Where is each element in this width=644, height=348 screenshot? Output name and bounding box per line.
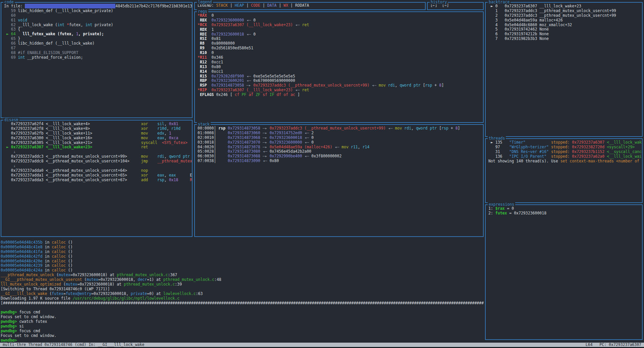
text-segment: RSI bbox=[200, 36, 207, 41]
text-segment bbox=[198, 69, 200, 74]
text-segment: 04:0020│ bbox=[198, 145, 228, 149]
text-segment: 0x729314873060 bbox=[228, 131, 260, 135]
text-segment: rsp bbox=[157, 178, 164, 182]
text-segment: 0x00005e04d48c424a bbox=[1, 268, 43, 272]
text-segment: calloc bbox=[52, 254, 66, 259]
text-segment: 0x7293237a62f8 <__lll_lock_wake+8> bbox=[4, 126, 141, 131]
text-segment: 0x729323600201 bbox=[212, 78, 244, 83]
text-segment: pwndbg> bbox=[1, 324, 19, 329]
text-segment: <__syscall_cance bbox=[607, 149, 642, 154]
text-segment: Focus set to cmd window. bbox=[1, 314, 56, 319]
text-segment bbox=[198, 83, 200, 88]
terminal-line bbox=[1, 305, 484, 310]
text-segment: ► 135 bbox=[488, 140, 509, 145]
text-segment: int bbox=[18, 55, 25, 60]
terminal-line: 1 0x7293237addc3 __pthread_mutex_unlock_… bbox=[488, 9, 639, 13]
text-segment: <SYS_futex> bbox=[162, 140, 187, 145]
text-segment: 0x7293237a6307 <__lll_lock_wake+23> bbox=[11, 145, 92, 149]
text-segment: 0x729314873058 bbox=[228, 126, 260, 131]
text-segment: "IPC I/O Parent" bbox=[509, 154, 546, 159]
text-segment: R9 bbox=[200, 46, 205, 50]
terminal-line: ► 64 lll_futex_wake (futex, 1, private); bbox=[4, 32, 189, 37]
terminal-line: lll_mutex_unlock_optimized (mutex=0x7293… bbox=[1, 282, 484, 287]
text-segment: = bbox=[63, 291, 66, 296]
text-segment: 7 0x72931982b3b3 None bbox=[488, 36, 549, 41]
text-segment: focus cmd bbox=[19, 329, 40, 333]
terminal-line: Focus set to cmd window. bbox=[1, 334, 484, 338]
text-segment: 0x72932382720d bbox=[572, 145, 604, 149]
text-segment: 0xcc1 bbox=[207, 60, 223, 64]
text-segment: 2: bbox=[488, 211, 495, 215]
text-segment: decr bbox=[138, 277, 147, 282]
text-segment: 1 0x7293237addc3 __pthread_mutex_unlock_… bbox=[488, 8, 616, 13]
text-segment: edx bbox=[157, 131, 164, 136]
text-segment: 0 bbox=[253, 32, 256, 37]
text-segment: 0x7293237a62a0 bbox=[572, 154, 604, 159]
terminal-line: 97 "WrGlyph~terizer" stopped: 0x72932382… bbox=[488, 145, 639, 150]
text-segment: 0 bbox=[311, 135, 314, 140]
panel-legend-content: LEGEND: STACK | HEAP | CODE | DATA | WX … bbox=[195, 3, 425, 9]
text-segment: private) bbox=[92, 22, 113, 27]
text-segment: qword ptr bbox=[169, 154, 190, 159]
panel-threads: threads ► 135 "Timer" stopped: 0x7293237… bbox=[485, 138, 643, 203]
text-segment: df bbox=[277, 92, 281, 97]
text-segment: 0x3f800000002 bbox=[311, 154, 341, 158]
text-segment: 0x7293237a6307 (__lll_lock_wake+23) bbox=[212, 88, 293, 92]
terminal-line: 5 0x729319742462 None bbox=[488, 27, 639, 32]
text-segment: 0x7293237a62f4 <__lll_lock_wake+4> bbox=[4, 121, 141, 126]
text-segment: 0x729314873080 bbox=[228, 149, 260, 154]
terminal-line: 0x7293237adda1 <__pthread_mutex_unlock_u… bbox=[4, 173, 189, 178]
text-segment: "Timer" bbox=[509, 140, 525, 145]
text-segment: + bbox=[448, 126, 455, 131]
text-segment: 0x729323600000 bbox=[270, 140, 302, 145]
text-segment: private bbox=[131, 291, 147, 296]
text-segment: rsp bbox=[441, 126, 448, 131]
text-segment: 0x729314873068 bbox=[228, 135, 260, 140]
text-segment bbox=[207, 83, 212, 88]
text-segment: ( bbox=[47, 291, 52, 296]
terminal-line: ___pthread_mutex_unlock (mutex=0x7293236… bbox=[1, 273, 484, 278]
text-segment: RBX bbox=[200, 18, 207, 22]
text-segment bbox=[148, 159, 157, 163]
text-segment: 0x00005e04d48c435b bbox=[1, 240, 43, 245]
text-segment: —▸ bbox=[260, 126, 270, 131]
text-segment: lll_futex_wake (futex, bbox=[18, 32, 76, 36]
terminal-line: EFLAGS 0x246 [ cf PF af ZF sf IF df of a… bbox=[198, 93, 480, 97]
text-segment bbox=[198, 60, 200, 64]
command-output-area[interactable]: 0x00005e04d48c435b in calloc ()0x00005e0… bbox=[1, 239, 484, 342]
text-segment: set context-max-threads <number of t bbox=[560, 159, 642, 163]
text-segment: , bbox=[164, 131, 169, 136]
terminal-line: In file: 4845db211e7b42c7176f9be21b8301e… bbox=[4, 4, 189, 9]
terminal-line: __GI___pthread_mutex_unlock_usercnt (mut… bbox=[1, 278, 484, 282]
text-segment: in bbox=[43, 245, 52, 249]
text-segment: 4 0x5e04d48c6860 moz_xmalloc+32 bbox=[488, 22, 572, 27]
text-segment bbox=[198, 27, 200, 32]
text-segment bbox=[92, 145, 141, 149]
text-segment: —▸ bbox=[260, 135, 270, 140]
text-segment bbox=[267, 92, 270, 97]
text-segment: —▸ bbox=[260, 154, 270, 158]
text-segment: calloc bbox=[52, 263, 66, 268]
text-segment: 0x729323600018 bbox=[270, 135, 302, 140]
text-segment: of bbox=[283, 92, 288, 97]
text-segment: ◂— bbox=[302, 131, 312, 135]
text-segment bbox=[348, 145, 351, 149]
text-segment: ret bbox=[302, 22, 309, 27]
text-segment: 65 bbox=[4, 36, 18, 41]
terminal-line: ► 0 0x7293237a6307 __lll_lock_wake+23 bbox=[488, 4, 639, 9]
text-segment: mov bbox=[141, 131, 148, 136]
text-segment: ◂— bbox=[244, 78, 254, 83]
terminal-line: __GI___lll_lock_wake (futex=futex@entry=… bbox=[1, 292, 484, 296]
text-segment: ( bbox=[61, 282, 66, 287]
text-segment: = 0x729323600018 bbox=[507, 211, 546, 215]
text-segment: HEAP bbox=[235, 3, 244, 8]
text-segment: ► 64 bbox=[4, 32, 18, 36]
text-segment: 0x7293237adda3 <__pthread_mutex_unlock_u… bbox=[4, 178, 141, 182]
text-segment: 0x81 bbox=[169, 121, 178, 126]
panel-threads-title: threads bbox=[488, 136, 506, 141]
text-segment: RSP bbox=[200, 83, 207, 88]
text-segment: cwatch futex bbox=[19, 319, 47, 324]
text-segment: ] bbox=[441, 83, 444, 88]
text-segment bbox=[198, 18, 200, 22]
text-segment: () bbox=[66, 240, 73, 245]
